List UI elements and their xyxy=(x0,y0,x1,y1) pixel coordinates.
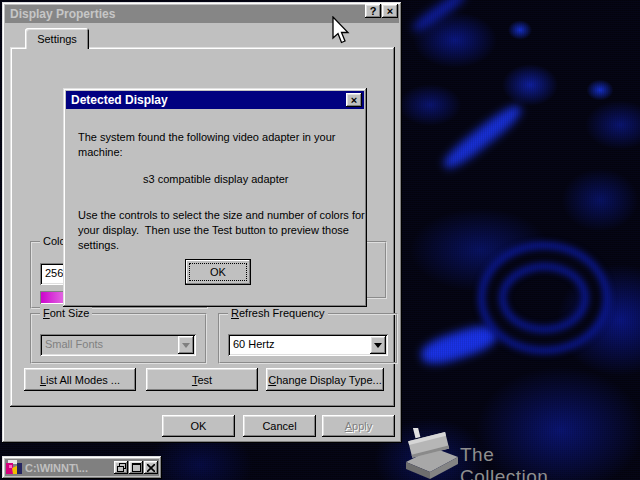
restore-button[interactable] xyxy=(114,461,128,474)
ms-dos-icon xyxy=(6,460,22,476)
dialog-ok-button[interactable]: OK xyxy=(185,259,251,285)
dropdown-arrow-button xyxy=(178,336,194,354)
chevron-down-icon xyxy=(374,343,382,352)
font-size-group: Font Size Small Fonts xyxy=(30,313,207,364)
change-display-type-button[interactable]: Change Display Type... xyxy=(266,368,384,391)
console-title: C:\WINNT\... xyxy=(25,462,113,474)
dialog-close-button[interactable]: × xyxy=(346,93,362,107)
tab-label: Settings xyxy=(37,33,77,45)
question-icon: ? xyxy=(370,6,377,17)
minimized-console-window[interactable]: C:\WINNT\... xyxy=(2,456,162,479)
font-size-label: Font Size xyxy=(40,307,92,320)
detected-display-dialog: Detected Display × The system found the … xyxy=(63,88,367,307)
close-button[interactable]: × xyxy=(382,4,398,18)
desktop: Display Properties ? × Settings Color Pa… xyxy=(0,0,640,480)
button-label: Cancel xyxy=(262,420,296,432)
help-button[interactable]: ? xyxy=(365,4,381,18)
font-size-value: Small Fonts xyxy=(45,338,103,350)
button-label: Test xyxy=(192,374,212,386)
dialog-paragraph-2: Use the controls to select the size and … xyxy=(78,208,370,253)
close-icon: × xyxy=(387,6,393,17)
refresh-frequency-label: Refresh Frequency xyxy=(228,307,328,320)
dialog-title: Detected Display xyxy=(66,93,168,107)
refresh-frequency-select[interactable]: 60 Hertz xyxy=(228,334,388,356)
close-icon: × xyxy=(351,95,357,106)
test-button[interactable]: Test xyxy=(146,368,258,391)
button-label: List All Modes ... xyxy=(40,374,120,386)
apply-button: Apply xyxy=(322,415,395,437)
watermark-text: The Collection Book xyxy=(460,444,548,480)
refresh-frequency-group: Refresh Frequency 60 Hertz xyxy=(218,313,398,364)
button-label: OK xyxy=(210,266,226,278)
adapter-name: s3 compatible display adapter xyxy=(143,172,289,187)
restore-icon xyxy=(117,463,126,472)
refresh-frequency-value: 60 Hertz xyxy=(233,338,275,350)
close-button[interactable] xyxy=(144,461,158,474)
button-label: OK xyxy=(191,420,207,432)
books-icon xyxy=(398,428,462,480)
mouse-cursor-icon xyxy=(332,16,352,46)
dialog-paragraph-1: The system found the following video ada… xyxy=(78,130,360,160)
dialog-titlebar[interactable]: Detected Display xyxy=(66,91,364,109)
console-titlebar[interactable]: C:\WINNT\... xyxy=(5,459,159,476)
cancel-button[interactable]: Cancel xyxy=(243,415,316,437)
dropdown-arrow-button[interactable] xyxy=(370,336,386,354)
font-size-select: Small Fonts xyxy=(40,334,196,356)
button-label: Change Display Type... xyxy=(268,374,382,386)
maximize-button[interactable] xyxy=(129,461,143,474)
maximize-icon xyxy=(132,463,141,472)
tab-settings[interactable]: Settings xyxy=(25,28,89,49)
list-all-modes-button[interactable]: List All Modes ... xyxy=(24,368,136,391)
close-icon xyxy=(147,464,155,472)
button-label: Apply xyxy=(345,420,373,432)
ok-button[interactable]: OK xyxy=(162,415,235,437)
chevron-down-icon xyxy=(182,343,190,352)
window-title: Display Properties xyxy=(5,7,115,21)
